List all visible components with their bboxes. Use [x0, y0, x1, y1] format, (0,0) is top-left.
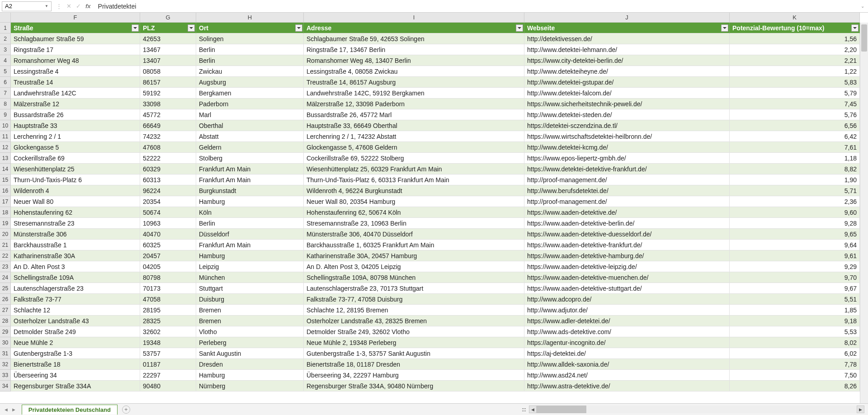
cell[interactable]: 6,56: [730, 120, 860, 131]
cell[interactable]: 59192: [140, 88, 196, 99]
cell[interactable]: https://www.aaden-detektive-muenchen.de/: [524, 272, 730, 283]
cell[interactable]: 1,56: [730, 33, 860, 44]
cell[interactable]: http://www.adcopro.de/: [524, 294, 730, 305]
cell[interactable]: Stuttgart: [196, 283, 304, 294]
cell[interactable]: 60329: [140, 164, 196, 174]
cell[interactable]: Nürnberg: [196, 381, 304, 391]
cell[interactable]: 47608: [140, 142, 196, 153]
cell[interactable]: Schlachte 12: [11, 305, 140, 316]
cell[interactable]: 5,71: [730, 185, 860, 196]
cell[interactable]: 66649: [140, 120, 196, 131]
filter-dropdown-icon[interactable]: [132, 24, 139, 32]
accept-icon[interactable]: ✓: [76, 3, 81, 9]
cell[interactable]: Lautenschlagerstraße 23, 70173 Stuttgart: [304, 283, 524, 294]
select-all-corner[interactable]: [0, 13, 11, 23]
cell[interactable]: 6,02: [730, 348, 860, 359]
column-header-I[interactable]: I: [304, 13, 524, 23]
cell[interactable]: Lerchenring 2 / 1: [11, 131, 140, 142]
cell[interactable]: Bremen: [196, 305, 304, 316]
cell[interactable]: Bienertstraße 18: [11, 359, 140, 370]
cell[interactable]: Glockengasse 5: [11, 142, 140, 153]
cell[interactable]: 86157: [140, 77, 196, 88]
cell[interactable]: 13467: [140, 44, 196, 55]
row-header[interactable]: 29: [0, 326, 11, 337]
formula-input[interactable]: [95, 1, 857, 11]
cell[interactable]: https://www.aaden-detektive-frankfurt.de…: [524, 240, 730, 250]
cell[interactable]: Berlin: [196, 55, 304, 66]
row-header[interactable]: 33: [0, 370, 11, 381]
cell[interactable]: 32602: [140, 326, 196, 337]
cell[interactable]: http://www.ads-detektive.com/: [524, 326, 730, 337]
header-cell[interactable]: Ort: [196, 23, 304, 33]
cell[interactable]: 20354: [140, 196, 196, 207]
cell[interactable]: Neuer Wall 80, 20354 Hamburg: [304, 196, 524, 207]
cell[interactable]: Lessingstraße 4, 08058 Zwickau: [304, 66, 524, 77]
cell[interactable]: https://www.detektei-detektive-frankfurt…: [524, 164, 730, 174]
cell[interactable]: Hamburg: [196, 196, 304, 207]
cell[interactable]: http://proof-management.de/: [524, 196, 730, 207]
cell[interactable]: 08058: [140, 66, 196, 77]
vertical-scrollbar[interactable]: [860, 23, 868, 403]
cell[interactable]: 53757: [140, 348, 196, 359]
cell[interactable]: Schlagbaumer Straße 59, 42653 Solingen: [304, 33, 524, 44]
row-header[interactable]: 32: [0, 359, 11, 370]
cell[interactable]: Neue Mühle 2: [11, 337, 140, 348]
cell[interactable]: 8,02: [730, 337, 860, 348]
cell[interactable]: An D. Alten Post 3, 04205 Leipzig: [304, 261, 524, 272]
cell[interactable]: Solingen: [196, 33, 304, 44]
cell[interactable]: 50674: [140, 207, 196, 218]
cell[interactable]: http://www.asd24.net/: [524, 370, 730, 381]
cell[interactable]: Berlin: [196, 44, 304, 55]
cell[interactable]: Neue Mühle 2, 19348 Perleberg: [304, 337, 524, 348]
row-header[interactable]: 2: [0, 33, 11, 44]
cell[interactable]: 60325: [140, 240, 196, 250]
column-header-F[interactable]: F: [11, 13, 140, 23]
cell[interactable]: Sankt Augustin: [196, 348, 304, 359]
cell[interactable]: 9,67: [730, 283, 860, 294]
cell[interactable]: Münsterstraße 306, 40470 Düsseldorf: [304, 229, 524, 240]
cell[interactable]: http://www.astra-detektive.de/: [524, 381, 730, 391]
cell[interactable]: An D. Alten Post 3: [11, 261, 140, 272]
header-cell[interactable]: Webseite: [524, 23, 730, 33]
cell[interactable]: http://www.detekteiheyne.de/: [524, 66, 730, 77]
cell[interactable]: Hohenstaufenring 62, 50674 Köln: [304, 207, 524, 218]
cell[interactable]: Barckhausstraße 1, 60325 Frankfurt Am Ma…: [304, 240, 524, 250]
row-header[interactable]: 6: [0, 77, 11, 88]
cell[interactable]: München: [196, 272, 304, 283]
cell[interactable]: Schlachte 12, 28195 Bremen: [304, 305, 524, 316]
cell[interactable]: 40470: [140, 229, 196, 240]
row-header[interactable]: 21: [0, 240, 11, 250]
cell[interactable]: Bremen: [196, 316, 304, 326]
cell[interactable]: 42653: [140, 33, 196, 44]
cell[interactable]: Düsseldorf: [196, 229, 304, 240]
header-cell[interactable]: PLZ: [140, 23, 196, 33]
cell[interactable]: Neuer Wall 80: [11, 196, 140, 207]
cell[interactable]: https://www.aaden-detektive-hamburg.de/: [524, 250, 730, 261]
cell[interactable]: 7,78: [730, 359, 860, 370]
row-header[interactable]: 20: [0, 229, 11, 240]
sheet-tab-active[interactable]: Privatdetekteien Deutschland: [22, 405, 118, 415]
cell[interactable]: Vlotho: [196, 326, 304, 337]
cell[interactable]: Leipzig: [196, 261, 304, 272]
cell[interactable]: Detmolder Straße 249, 32602 Vlotho: [304, 326, 524, 337]
cell[interactable]: Regensburger Straße 334A: [11, 381, 140, 391]
filter-dropdown-icon[interactable]: [295, 24, 302, 32]
row-header[interactable]: 34: [0, 381, 11, 391]
column-header-K[interactable]: K: [730, 13, 860, 23]
fx-icon[interactable]: fx: [85, 3, 91, 9]
cell[interactable]: 2,21: [730, 55, 860, 66]
cell[interactable]: 9,29: [730, 261, 860, 272]
row-header[interactable]: 13: [0, 153, 11, 164]
header-cell[interactable]: Adresse: [304, 23, 524, 33]
row-header[interactable]: 15: [0, 174, 11, 185]
row-header[interactable]: 16: [0, 185, 11, 196]
row-header[interactable]: 4: [0, 55, 11, 66]
cell[interactable]: 9,64: [730, 240, 860, 250]
cell[interactable]: Glockengasse 5, 47608 Geldern: [304, 142, 524, 153]
cell[interactable]: Zwickau: [196, 66, 304, 77]
cell[interactable]: 1,90: [730, 174, 860, 185]
row-header[interactable]: 27: [0, 305, 11, 316]
row-header[interactable]: 3: [0, 44, 11, 55]
row-header[interactable]: 8: [0, 99, 11, 109]
cell[interactable]: https://www.epos-liepertz-gmbh.de/: [524, 153, 730, 164]
